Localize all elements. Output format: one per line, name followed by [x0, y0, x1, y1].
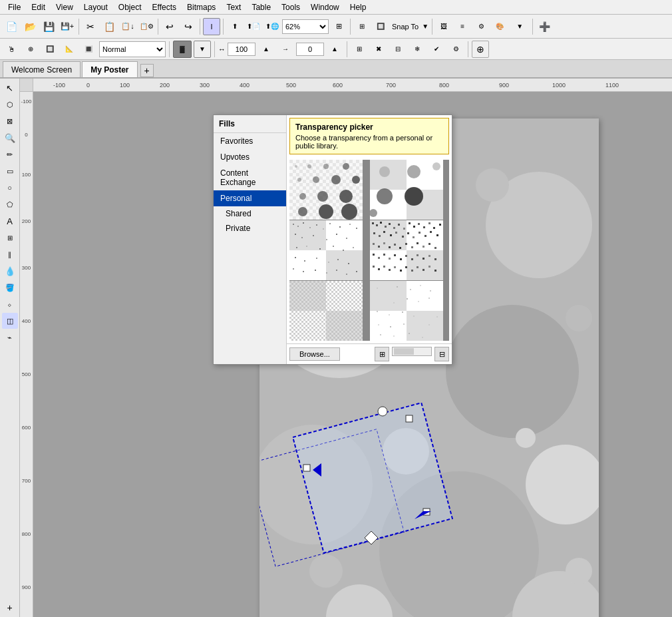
menu-object[interactable]: Object	[113, 1, 147, 13]
dd-item-upvotes[interactable]: Upvotes	[214, 149, 286, 165]
trans-picker-dropdown[interactable]: ▼	[194, 41, 211, 58]
tool-eyedropper[interactable]: 💧	[2, 263, 18, 279]
redo-button[interactable]: ↪	[180, 18, 197, 35]
slider-bar[interactable]	[392, 347, 432, 356]
browse-button[interactable]: Browse...	[289, 347, 340, 361]
export-btn2[interactable]: ⬆📄	[245, 18, 262, 35]
options-btn2[interactable]: ≡	[454, 18, 471, 35]
paste-button[interactable]: 📋↓	[119, 18, 136, 35]
tool-node[interactable]: ⬡	[2, 97, 18, 112]
tab-my-poster[interactable]: My Poster	[82, 61, 137, 77]
zoom-fit-btn[interactable]: ⊞	[330, 18, 347, 35]
tool-rectangle[interactable]: ▭	[2, 163, 18, 179]
tool-zoom[interactable]: 🔍	[2, 130, 18, 146]
tool-ellipse[interactable]: ○	[2, 180, 18, 196]
tb2-btn4[interactable]: 📐	[61, 41, 78, 58]
angle-up[interactable]: ▲	[326, 41, 343, 58]
angle-input[interactable]	[296, 43, 324, 56]
opacity-right-btn[interactable]: →	[277, 41, 294, 58]
options-btn5[interactable]: ▼	[510, 18, 530, 35]
thumbnail-2[interactable]	[370, 160, 443, 220]
copy-trans-btn[interactable]: ⊞	[351, 41, 368, 58]
menu-view[interactable]: View	[51, 1, 79, 13]
apply-btn[interactable]: ✔	[428, 41, 445, 58]
list-view-btn[interactable]: ⊞	[375, 347, 389, 361]
thumbnail-5[interactable]	[289, 281, 363, 341]
tool-parallel[interactable]: ∥	[2, 246, 18, 262]
tool-plus[interactable]: +	[2, 600, 18, 616]
selected-object-container[interactable]	[259, 378, 472, 580]
tool-transparency[interactable]: ◫	[2, 313, 18, 329]
svg-rect-78	[343, 250, 344, 251]
settings-btn[interactable]: ⚙	[447, 41, 464, 58]
options-btn1[interactable]: 🖼	[435, 18, 452, 35]
options-btn4[interactable]: 🎨	[491, 18, 508, 35]
tool-arrow[interactable]: ↖	[2, 80, 18, 96]
export-btn1[interactable]: ⬆	[226, 18, 244, 35]
menu-effects[interactable]: Effects	[147, 1, 182, 13]
paste-special-button[interactable]: 📋⚙	[138, 18, 155, 35]
clear-trans-btn[interactable]: ✖	[370, 41, 387, 58]
svg-rect-157	[428, 266, 430, 268]
thumbnail-1[interactable]	[289, 160, 363, 220]
new-tab-button[interactable]: +	[140, 64, 154, 77]
options-btn3[interactable]: ⚙	[472, 18, 490, 35]
import-button[interactable]: I	[203, 18, 220, 35]
thumbnail-4[interactable]	[370, 220, 443, 280]
thumbnail-3[interactable]	[289, 220, 363, 280]
dd-item-private[interactable]: Private	[214, 221, 286, 236]
freeze-btn[interactable]: ❄	[409, 41, 426, 58]
snap-options-btn[interactable]: ⊞	[353, 18, 371, 35]
thumbnail-6[interactable]	[370, 281, 443, 341]
svg-rect-104	[409, 222, 411, 224]
grid-view-btn[interactable]: ⊟	[434, 347, 449, 361]
tool-interactive[interactable]: ⬦	[2, 296, 18, 312]
snap-toggle-btn[interactable]: 🔲	[372, 18, 389, 35]
svg-rect-83	[328, 262, 329, 263]
export-btn3[interactable]: ⬆🌐	[263, 18, 281, 35]
opacity-up[interactable]: ▲	[257, 41, 275, 58]
menu-help[interactable]: Help	[345, 1, 372, 13]
tb2-btn5[interactable]: 🔳	[80, 41, 97, 58]
menu-window[interactable]: Window	[305, 1, 345, 13]
add-page-btn[interactable]: ➕	[536, 18, 553, 35]
dd-item-shared[interactable]: Shared	[214, 206, 286, 221]
new-button[interactable]: 📄	[3, 18, 20, 35]
tool-fill[interactable]: 🪣	[2, 280, 18, 296]
tool-polygon[interactable]: ⬠	[2, 196, 18, 212]
tool-freehand[interactable]: ✏	[2, 146, 18, 162]
opacity-input[interactable]	[228, 43, 255, 56]
tb2-btn3[interactable]: 🔲	[41, 41, 59, 58]
tool-table[interactable]: ⊞	[2, 230, 18, 246]
cut-button[interactable]: ✂	[82, 18, 99, 35]
tab-welcome-screen[interactable]: Welcome Screen	[3, 61, 81, 77]
menu-text[interactable]: Text	[221, 1, 246, 13]
menu-table[interactable]: Table	[246, 1, 276, 13]
flatten-btn[interactable]: ⊟	[389, 41, 407, 58]
transparency-mode-select[interactable]: Normal	[99, 41, 166, 57]
dd-item-favorites[interactable]: Favorites	[214, 133, 286, 149]
tb2-btn2[interactable]: ⊕	[22, 41, 39, 58]
save-button[interactable]: 💾	[40, 18, 57, 35]
menu-layout[interactable]: Layout	[79, 1, 113, 13]
trans-picker-btn[interactable]: ▓	[173, 41, 192, 58]
open-button[interactable]: 📂	[21, 18, 39, 35]
svg-point-45	[341, 204, 357, 220]
menu-bitmaps[interactable]: Bitmaps	[182, 1, 221, 13]
dd-item-content-exchange[interactable]: Content Exchange	[214, 165, 286, 190]
menu-tools[interactable]: Tools	[276, 1, 305, 13]
undo-button[interactable]: ↩	[161, 18, 178, 35]
svg-rect-187	[403, 323, 405, 325]
add-circle-btn[interactable]: ⊕	[472, 41, 489, 58]
menu-file[interactable]: File	[3, 1, 26, 13]
tool-text[interactable]: A	[2, 213, 18, 229]
tool-blend[interactable]: ⌁	[2, 329, 18, 345]
copy-button[interactable]: 📋	[100, 18, 118, 35]
menu-edit[interactable]: Edit	[26, 1, 51, 13]
save-as-button[interactable]: 💾+	[59, 18, 76, 35]
svg-rect-131	[417, 242, 419, 244]
zoom-select[interactable]: 62%	[282, 19, 329, 34]
tool-crop[interactable]: ⊠	[2, 113, 18, 129]
select-all-btn[interactable]: 🖱	[3, 41, 20, 58]
dd-item-personal[interactable]: Personal	[214, 190, 286, 206]
